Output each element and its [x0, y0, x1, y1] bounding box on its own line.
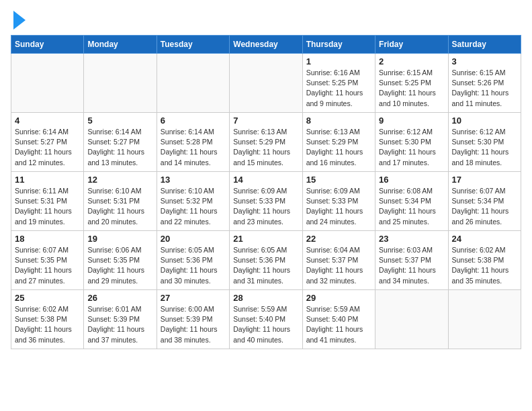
weekday-header-tuesday: Tuesday	[157, 36, 229, 54]
day-info: Sunrise: 6:14 AMSunset: 5:28 PMDaylight:…	[161, 127, 226, 168]
day-number: 25	[15, 293, 80, 303]
day-number: 16	[379, 175, 444, 185]
day-info: Sunrise: 6:09 AMSunset: 5:33 PMDaylight:…	[233, 186, 298, 227]
day-info: Sunrise: 6:10 AMSunset: 5:32 PMDaylight:…	[161, 186, 226, 227]
calendar-cell: 10Sunrise: 6:12 AMSunset: 5:30 PMDayligh…	[448, 113, 521, 172]
day-info: Sunrise: 6:10 AMSunset: 5:31 PMDaylight:…	[87, 186, 152, 227]
calendar-cell: 4Sunrise: 6:14 AMSunset: 5:27 PMDaylight…	[11, 113, 84, 172]
calendar-cell: 18Sunrise: 6:07 AMSunset: 5:35 PMDayligh…	[11, 231, 84, 290]
logo-arrow-icon	[13, 11, 26, 30]
calendar-cell: 13Sunrise: 6:10 AMSunset: 5:32 PMDayligh…	[157, 172, 229, 231]
calendar-cell: 24Sunrise: 6:02 AMSunset: 5:38 PMDayligh…	[448, 231, 521, 290]
day-number: 23	[379, 234, 444, 244]
day-number: 11	[15, 175, 80, 185]
calendar-cell	[157, 54, 229, 113]
calendar-cell: 21Sunrise: 6:05 AMSunset: 5:36 PMDayligh…	[230, 231, 302, 290]
day-number: 4	[15, 116, 80, 126]
day-info: Sunrise: 6:07 AMSunset: 5:35 PMDaylight:…	[15, 245, 80, 286]
day-number: 14	[233, 175, 298, 185]
day-number: 27	[161, 293, 226, 303]
day-number: 3	[452, 56, 517, 66]
calendar-cell: 17Sunrise: 6:07 AMSunset: 5:34 PMDayligh…	[448, 172, 521, 231]
day-number: 2	[379, 56, 444, 66]
day-info: Sunrise: 6:13 AMSunset: 5:29 PMDaylight:…	[306, 127, 371, 168]
day-info: Sunrise: 6:08 AMSunset: 5:34 PMDaylight:…	[379, 186, 444, 227]
day-number: 21	[233, 234, 298, 244]
calendar-week-1: 4Sunrise: 6:14 AMSunset: 5:27 PMDaylight…	[11, 113, 521, 172]
calendar-header-row: SundayMondayTuesdayWednesdayThursdayFrid…	[11, 36, 521, 54]
calendar-cell: 6Sunrise: 6:14 AMSunset: 5:28 PMDaylight…	[157, 113, 229, 172]
day-number: 18	[15, 234, 80, 244]
calendar-cell: 3Sunrise: 6:15 AMSunset: 5:26 PMDaylight…	[448, 54, 521, 113]
calendar-week-3: 18Sunrise: 6:07 AMSunset: 5:35 PMDayligh…	[11, 231, 521, 290]
calendar-cell: 8Sunrise: 6:13 AMSunset: 5:29 PMDaylight…	[302, 113, 375, 172]
day-number: 28	[233, 293, 298, 303]
day-info: Sunrise: 6:12 AMSunset: 5:30 PMDaylight:…	[452, 127, 517, 168]
day-info: Sunrise: 6:05 AMSunset: 5:36 PMDaylight:…	[161, 245, 226, 286]
day-number: 9	[379, 116, 444, 126]
day-number: 17	[452, 175, 517, 185]
day-number: 1	[306, 56, 371, 66]
day-info: Sunrise: 6:14 AMSunset: 5:27 PMDaylight:…	[87, 127, 152, 168]
weekday-header-thursday: Thursday	[302, 36, 375, 54]
day-number: 7	[233, 116, 298, 126]
weekday-header-friday: Friday	[375, 36, 448, 54]
day-info: Sunrise: 6:06 AMSunset: 5:35 PMDaylight:…	[87, 245, 152, 286]
calendar-cell	[11, 54, 84, 113]
calendar-cell: 28Sunrise: 5:59 AMSunset: 5:40 PMDayligh…	[230, 290, 302, 349]
day-number: 12	[87, 175, 152, 185]
day-info: Sunrise: 5:59 AMSunset: 5:40 PMDaylight:…	[233, 304, 298, 345]
day-info: Sunrise: 6:04 AMSunset: 5:37 PMDaylight:…	[306, 245, 371, 286]
day-number: 8	[306, 116, 371, 126]
day-info: Sunrise: 6:12 AMSunset: 5:30 PMDaylight:…	[379, 127, 444, 168]
day-number: 22	[306, 234, 371, 244]
calendar-cell: 14Sunrise: 6:09 AMSunset: 5:33 PMDayligh…	[230, 172, 302, 231]
day-number: 6	[161, 116, 226, 126]
day-info: Sunrise: 6:13 AMSunset: 5:29 PMDaylight:…	[233, 127, 298, 168]
day-info: Sunrise: 6:15 AMSunset: 5:26 PMDaylight:…	[452, 68, 517, 109]
weekday-header-monday: Monday	[84, 36, 157, 54]
calendar-cell: 7Sunrise: 6:13 AMSunset: 5:29 PMDaylight…	[230, 113, 302, 172]
calendar-cell: 15Sunrise: 6:09 AMSunset: 5:33 PMDayligh…	[302, 172, 375, 231]
calendar-week-2: 11Sunrise: 6:11 AMSunset: 5:31 PMDayligh…	[11, 172, 521, 231]
calendar-week-4: 25Sunrise: 6:02 AMSunset: 5:38 PMDayligh…	[11, 290, 521, 349]
day-info: Sunrise: 6:09 AMSunset: 5:33 PMDaylight:…	[306, 186, 371, 227]
calendar-cell: 2Sunrise: 6:15 AMSunset: 5:25 PMDaylight…	[375, 54, 448, 113]
calendar-cell: 12Sunrise: 6:10 AMSunset: 5:31 PMDayligh…	[84, 172, 157, 231]
page-header	[11, 11, 521, 30]
day-number: 13	[161, 175, 226, 185]
calendar-cell: 11Sunrise: 6:11 AMSunset: 5:31 PMDayligh…	[11, 172, 84, 231]
day-info: Sunrise: 6:15 AMSunset: 5:25 PMDaylight:…	[379, 68, 444, 109]
weekday-header-saturday: Saturday	[448, 36, 521, 54]
day-number: 10	[452, 116, 517, 126]
calendar-week-0: 1Sunrise: 6:16 AMSunset: 5:25 PMDaylight…	[11, 54, 521, 113]
day-number: 19	[87, 234, 152, 244]
calendar-cell: 19Sunrise: 6:06 AMSunset: 5:35 PMDayligh…	[84, 231, 157, 290]
day-number: 26	[87, 293, 152, 303]
day-number: 29	[306, 293, 371, 303]
weekday-header-sunday: Sunday	[11, 36, 84, 54]
calendar-cell: 9Sunrise: 6:12 AMSunset: 5:30 PMDaylight…	[375, 113, 448, 172]
day-number: 5	[87, 116, 152, 126]
day-info: Sunrise: 6:03 AMSunset: 5:37 PMDaylight:…	[379, 245, 444, 286]
calendar-cell: 20Sunrise: 6:05 AMSunset: 5:36 PMDayligh…	[157, 231, 229, 290]
day-info: Sunrise: 6:02 AMSunset: 5:38 PMDaylight:…	[15, 304, 80, 345]
calendar-cell: 27Sunrise: 6:00 AMSunset: 5:39 PMDayligh…	[157, 290, 229, 349]
calendar-cell	[448, 290, 521, 349]
calendar-cell: 25Sunrise: 6:02 AMSunset: 5:38 PMDayligh…	[11, 290, 84, 349]
calendar-table: SundayMondayTuesdayWednesdayThursdayFrid…	[11, 35, 521, 349]
day-info: Sunrise: 6:11 AMSunset: 5:31 PMDaylight:…	[15, 186, 80, 227]
day-number: 20	[161, 234, 226, 244]
calendar-cell: 5Sunrise: 6:14 AMSunset: 5:27 PMDaylight…	[84, 113, 157, 172]
day-info: Sunrise: 6:05 AMSunset: 5:36 PMDaylight:…	[233, 245, 298, 286]
weekday-header-wednesday: Wednesday	[230, 36, 302, 54]
calendar-cell	[230, 54, 302, 113]
day-info: Sunrise: 6:14 AMSunset: 5:27 PMDaylight:…	[15, 127, 80, 168]
calendar-cell: 26Sunrise: 6:01 AMSunset: 5:39 PMDayligh…	[84, 290, 157, 349]
calendar-cell: 29Sunrise: 5:59 AMSunset: 5:40 PMDayligh…	[302, 290, 375, 349]
calendar-cell: 23Sunrise: 6:03 AMSunset: 5:37 PMDayligh…	[375, 231, 448, 290]
calendar-cell: 16Sunrise: 6:08 AMSunset: 5:34 PMDayligh…	[375, 172, 448, 231]
calendar-cell	[375, 290, 448, 349]
day-info: Sunrise: 6:00 AMSunset: 5:39 PMDaylight:…	[161, 304, 226, 345]
day-info: Sunrise: 6:07 AMSunset: 5:34 PMDaylight:…	[452, 186, 517, 227]
